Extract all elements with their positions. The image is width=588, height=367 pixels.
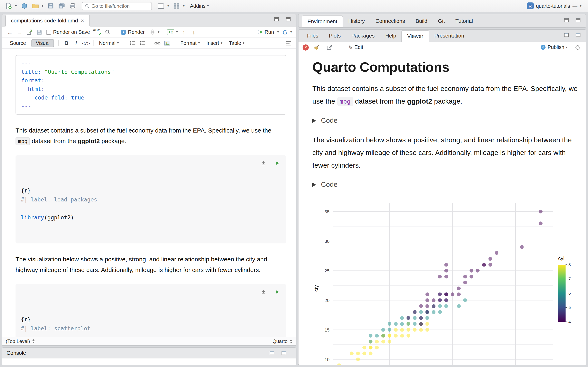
visual-mode-button[interactable]: Visual [31, 39, 54, 47]
filetype-stepper[interactable] [290, 339, 292, 343]
source-mode-button[interactable]: Source [5, 39, 30, 47]
tab-presentation[interactable]: Presentation [429, 30, 469, 42]
tab-viewer[interactable]: Viewer [401, 30, 429, 42]
rerun-source-caret[interactable]: ▾ [290, 30, 292, 34]
italic-button[interactable]: I [72, 39, 81, 48]
yaml-block[interactable]: ---title: "Quarto Computations"format: h… [16, 55, 286, 115]
run-chunks-above-icon[interactable] [259, 287, 268, 296]
tab-packages[interactable]: Packages [346, 30, 380, 42]
minimize-pane-icon[interactable] [562, 30, 571, 39]
tab-help[interactable]: Help [380, 30, 402, 42]
bullet-list-icon[interactable] [128, 39, 137, 48]
edit-button[interactable]: ✎ Edit [346, 43, 366, 52]
run-chunk-icon[interactable] [273, 159, 282, 167]
goto-file-function-box[interactable] [82, 2, 152, 10]
new-file-caret[interactable]: ▾ [15, 4, 17, 8]
editor-paragraph[interactable]: This dataset contains a subset of the fu… [16, 125, 272, 146]
stop-icon[interactable]: × [303, 44, 309, 50]
bold-button[interactable]: B [62, 39, 71, 48]
pane-layout-caret[interactable]: ▾ [167, 4, 169, 8]
scope-indicator[interactable]: (Top Level) [6, 338, 30, 344]
clear-broom-icon[interactable] [312, 43, 321, 52]
code-chunk-scatterplot[interactable]: {r}#| label: scatterplot ggplot(mpg, aes… [16, 284, 286, 337]
format-menu[interactable]: Format▾ [178, 39, 203, 48]
svg-text:4: 4 [568, 319, 571, 324]
tab-build[interactable]: Build [410, 15, 433, 27]
save-document-button[interactable] [35, 27, 44, 36]
toolbar-divider [163, 29, 164, 35]
table-menu[interactable]: Table▾ [226, 39, 248, 48]
addins-button[interactable]: Addins ▾ [187, 1, 212, 10]
console-body[interactable] [2, 359, 296, 365]
new-file-button[interactable] [4, 1, 13, 10]
code-fold-summary[interactable]: Code [312, 181, 578, 189]
workspace-grid-button[interactable] [172, 1, 181, 10]
insert-chunk-caret[interactable]: ▾ [176, 30, 178, 34]
tab-files[interactable]: Files [302, 30, 324, 42]
checkbox-icon[interactable] [46, 30, 51, 34]
insert-chunk-button[interactable]: +C [166, 27, 175, 36]
maximize-pane-icon[interactable] [284, 15, 293, 24]
tab-git[interactable]: Git [433, 15, 450, 27]
editor-tab[interactable]: computations-code-fold.qmd × [5, 15, 90, 26]
run-next-icon[interactable]: ↓ [189, 27, 198, 36]
visual-editor-canvas[interactable]: ---title: "Quarto Computations"format: h… [2, 49, 296, 337]
new-project-button[interactable] [20, 1, 29, 10]
editor-paragraph[interactable]: The visualization below shows a positive… [16, 254, 272, 275]
close-tab-icon[interactable]: × [81, 17, 84, 24]
back-button[interactable]: ← [5, 27, 14, 36]
paragraph-style-dropdown[interactable]: Normal ▾ [96, 39, 122, 48]
run-chunks-above-icon[interactable] [259, 159, 268, 167]
render-settings-gear-icon[interactable] [148, 27, 157, 36]
link-icon[interactable] [153, 39, 162, 48]
refresh-icon[interactable] [573, 43, 582, 52]
run-previous-icon[interactable]: ↑ [180, 27, 189, 36]
pane-layout-button[interactable] [156, 1, 165, 10]
tab-plots[interactable]: Plots [324, 30, 346, 42]
minimize-pane-icon[interactable] [562, 16, 571, 25]
open-file-caret[interactable]: ▾ [42, 4, 43, 8]
goto-input[interactable] [91, 3, 149, 9]
publish-button[interactable]: Publish ▾ [538, 43, 571, 52]
run-caret[interactable]: ▾ [277, 30, 279, 34]
code-fold-2[interactable]: Code [312, 181, 578, 189]
maximize-pane-icon[interactable] [574, 30, 583, 39]
save-all-button[interactable] [57, 1, 66, 10]
tab-tutorial[interactable]: Tutorial [450, 15, 478, 27]
filetype-indicator[interactable]: Quarto [273, 338, 287, 344]
forward-button[interactable]: → [15, 27, 24, 36]
code-fold-summary[interactable]: Code [312, 117, 578, 125]
numbered-list-icon[interactable] [138, 39, 147, 48]
print-button[interactable] [68, 1, 77, 10]
tab-environment[interactable]: Environment [302, 16, 343, 27]
tab-history[interactable]: History [343, 15, 370, 27]
code-chunk-load-packages[interactable]: {r}#| label: load-packages library(ggplo… [16, 155, 286, 243]
fold-triangle-icon [312, 183, 316, 187]
spellcheck-button[interactable]: ABC ✓ [93, 28, 102, 36]
outline-toggle-icon[interactable] [284, 39, 293, 48]
workspace-grid-caret[interactable]: ▾ [183, 4, 185, 8]
render-button[interactable]: Render [118, 27, 147, 36]
minimize-pane-icon[interactable] [272, 15, 281, 24]
open-in-browser-icon[interactable] [325, 43, 334, 52]
code-format-button[interactable]: </> [81, 39, 90, 48]
run-chunk-icon[interactable] [273, 287, 282, 296]
minimize-pane-icon[interactable] [268, 349, 277, 358]
maximize-pane-icon[interactable] [279, 349, 288, 358]
save-button[interactable] [46, 1, 55, 10]
find-replace-icon[interactable] [103, 27, 112, 36]
tab-connections[interactable]: Connections [370, 15, 410, 27]
render-on-save-checkbox[interactable]: Render on Save [46, 29, 90, 35]
insert-menu[interactable]: Insert▾ [204, 39, 226, 48]
toolbar-divider [175, 40, 175, 46]
popout-window-icon[interactable] [25, 27, 34, 36]
scope-stepper[interactable] [33, 339, 35, 343]
project-menu[interactable]: R quarto-tutorials — ▾ [525, 2, 584, 9]
rerun-source-icon[interactable] [281, 27, 290, 36]
open-file-button[interactable] [31, 1, 40, 10]
render-settings-caret[interactable]: ▾ [158, 30, 159, 34]
code-fold-1[interactable]: Code [312, 117, 578, 125]
maximize-pane-icon[interactable] [574, 16, 583, 25]
image-icon[interactable] [163, 39, 172, 48]
run-button[interactable]: Run [255, 27, 277, 36]
